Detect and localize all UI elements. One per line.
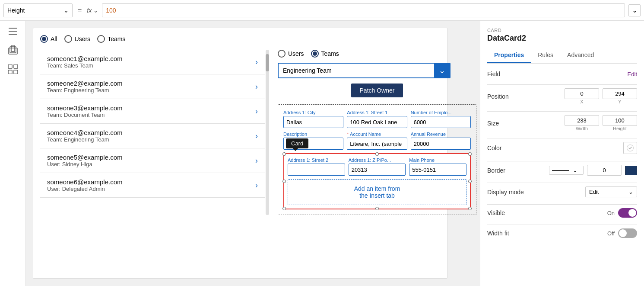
border-color-swatch[interactable] bbox=[625, 166, 637, 175]
size-label: Size bbox=[487, 120, 499, 127]
fx-button[interactable]: fx ⌄ bbox=[87, 7, 98, 14]
tab-properties[interactable]: Properties bbox=[487, 48, 531, 63]
radio-users-label: Users bbox=[75, 35, 91, 42]
field-input-street1[interactable] bbox=[347, 116, 407, 128]
height-label: Height bbox=[613, 126, 627, 131]
width-fit-row: Width fit Off bbox=[487, 228, 637, 238]
resize-handle-tr[interactable] bbox=[468, 152, 472, 156]
border-line-icon bbox=[552, 170, 569, 171]
color-picker-button[interactable] bbox=[623, 142, 637, 154]
width-fit-toggle[interactable] bbox=[618, 228, 637, 238]
contact-item[interactable]: someone2@example.com Team: Engineering T… bbox=[40, 74, 265, 99]
size-width-input[interactable] bbox=[565, 115, 599, 126]
scroll-bar[interactable] bbox=[266, 50, 269, 215]
equals-sign: = bbox=[76, 6, 83, 14]
radio-teams[interactable]: Teams bbox=[97, 35, 125, 43]
owner-radio-teams-circle bbox=[311, 50, 319, 58]
resize-handle-mr[interactable] bbox=[468, 180, 472, 183]
scroll-thumb bbox=[266, 54, 269, 71]
formula-dropdown-button[interactable]: ⌄ bbox=[628, 4, 641, 16]
panel-title: DataCard2 bbox=[487, 34, 637, 43]
tab-advanced[interactable]: Advanced bbox=[560, 48, 601, 63]
field-input-employees[interactable] bbox=[411, 116, 471, 128]
field-input-account[interactable] bbox=[347, 138, 407, 150]
field-label-description: Description bbox=[283, 132, 343, 137]
form-field-account: Account Name bbox=[347, 132, 407, 150]
pos-y-input[interactable] bbox=[603, 88, 637, 99]
resize-handle-tm[interactable] bbox=[375, 152, 379, 156]
contact-list: someone1@example.com Team: Sales Team › … bbox=[40, 50, 265, 215]
resize-handle-br[interactable] bbox=[468, 207, 472, 210]
border-style-chevron: ⌄ bbox=[573, 167, 577, 174]
form-card: Address 1: City Address 1: Street 1 Numb… bbox=[278, 104, 476, 215]
field-label-revenue: Annual Revenue bbox=[411, 132, 471, 137]
owner-radio-teams-label: Teams bbox=[321, 50, 339, 57]
field-input-phone[interactable] bbox=[409, 164, 466, 176]
visible-on-label: On bbox=[607, 210, 615, 216]
form-field-zip: Address 1: ZIP/Po... bbox=[349, 157, 406, 176]
resize-handle-bm[interactable] bbox=[375, 207, 379, 210]
dropdown-arrow-icon: ⌄ bbox=[434, 63, 450, 78]
border-style-select[interactable]: ⌄ bbox=[549, 166, 584, 175]
form-field-revenue: Annual Revenue bbox=[411, 132, 471, 150]
size-width-pair: Width bbox=[565, 115, 599, 131]
svg-rect-8 bbox=[8, 70, 12, 74]
field-edit-link[interactable]: Edit bbox=[628, 71, 637, 77]
pos-x-input[interactable] bbox=[565, 88, 599, 99]
resize-handle-bl[interactable] bbox=[282, 207, 286, 210]
svg-rect-9 bbox=[14, 70, 18, 74]
form-field-street1: Address 1: Street 1 bbox=[347, 110, 407, 128]
owner-radio-teams[interactable]: Teams bbox=[311, 50, 339, 58]
field-row: Field Edit bbox=[487, 71, 637, 77]
team-dropdown[interactable]: Engineering Team ⌄ bbox=[278, 63, 450, 78]
chevron-right-icon: › bbox=[255, 132, 258, 141]
contact-item[interactable]: someone1@example.com Team: Sales Team › bbox=[40, 50, 265, 74]
size-row: Size Width Height bbox=[487, 115, 637, 131]
form-field-employees: Number of Emplo... bbox=[411, 110, 471, 128]
display-mode-value: Edit bbox=[589, 189, 599, 195]
svg-rect-1 bbox=[9, 31, 17, 32]
field-input-street2[interactable] bbox=[288, 164, 345, 176]
app-canvas: All Users Teams so bbox=[33, 28, 447, 279]
contact-item[interactable]: someone3@example.com Team: Document Team… bbox=[40, 99, 265, 124]
resize-handle-ml[interactable] bbox=[282, 180, 286, 183]
radio-all[interactable]: All bbox=[40, 35, 57, 43]
field-input-zip[interactable] bbox=[349, 164, 406, 176]
size-height-input[interactable] bbox=[603, 115, 637, 126]
chevron-right-icon: › bbox=[255, 181, 258, 190]
contact-list-container: someone1@example.com Team: Sales Team › … bbox=[40, 50, 269, 215]
owner-radio-users[interactable]: Users bbox=[278, 50, 304, 58]
visible-toggle-group: On bbox=[607, 208, 637, 218]
formula-bar[interactable]: 100 bbox=[102, 3, 625, 17]
display-mode-label: Display mode bbox=[487, 189, 524, 196]
border-label: Border bbox=[487, 167, 505, 174]
radio-users[interactable]: Users bbox=[64, 35, 91, 43]
owner-panel: Users Teams Engineering Team ⌄ bbox=[278, 50, 476, 215]
radio-teams-circle bbox=[97, 35, 105, 43]
border-width-input[interactable] bbox=[587, 165, 622, 176]
sidebar-layers-icon[interactable] bbox=[8, 45, 18, 55]
contact-info: someone1@example.com Team: Sales Team bbox=[47, 55, 122, 69]
position-row: Position X Y bbox=[487, 88, 637, 104]
contact-item[interactable]: someone6@example.com User: Delegated Adm… bbox=[40, 173, 265, 198]
fx-label: fx bbox=[87, 7, 92, 14]
contact-team: Team: Sales Team bbox=[47, 62, 122, 69]
tab-rules[interactable]: Rules bbox=[531, 48, 560, 63]
svg-rect-0 bbox=[9, 28, 17, 29]
width-fit-off-label: Off bbox=[607, 230, 615, 237]
top-radio-group: All Users Teams bbox=[40, 35, 440, 43]
sidebar-menu-icon[interactable] bbox=[8, 26, 18, 36]
selected-card[interactable]: Card bbox=[283, 153, 471, 209]
resize-handle-tl[interactable] bbox=[282, 152, 286, 156]
visible-toggle[interactable] bbox=[618, 208, 637, 218]
display-mode-select[interactable]: Edit ⌄ bbox=[585, 186, 637, 197]
height-property-select[interactable]: Height ⌄ bbox=[3, 3, 73, 17]
contact-item[interactable]: someone5@example.com User: Sidney Higa › bbox=[40, 148, 265, 173]
sidebar-grid-icon[interactable] bbox=[8, 64, 18, 74]
owner-radio-group: Users Teams bbox=[278, 50, 476, 58]
field-input-city[interactable] bbox=[283, 116, 343, 128]
field-label-employees: Number of Emplo... bbox=[411, 110, 471, 115]
field-input-revenue[interactable] bbox=[411, 138, 471, 150]
patch-owner-button[interactable]: Patch Owner bbox=[351, 84, 403, 97]
contact-item[interactable]: someone4@example.com Team: Engineering T… bbox=[40, 124, 265, 148]
